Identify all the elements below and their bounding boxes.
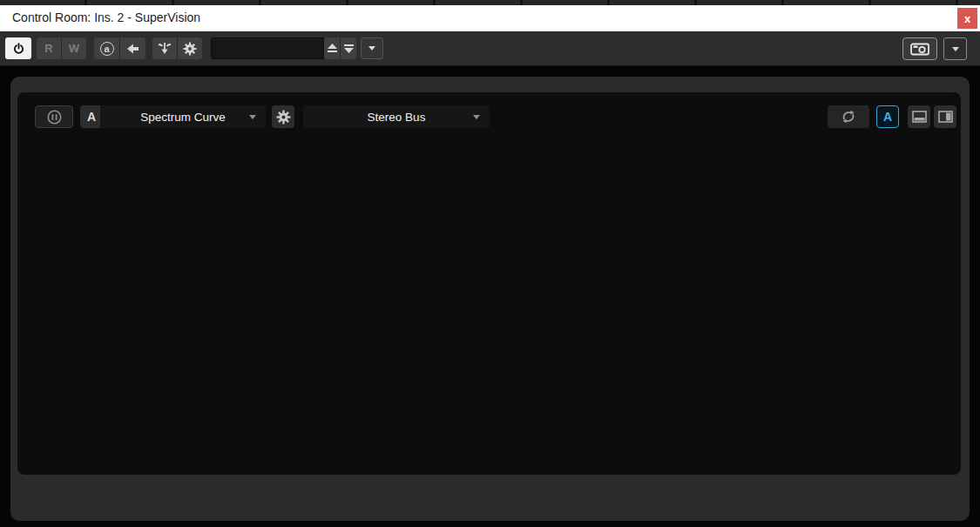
chevron-down-icon xyxy=(249,115,256,119)
split-vertical-icon xyxy=(938,111,953,123)
split-horizontal-button[interactable] xyxy=(908,105,930,128)
preset-previous-icon xyxy=(328,44,337,53)
module-selector-value: Spectrum Curve xyxy=(140,111,226,124)
preset-menu-button[interactable] xyxy=(361,37,383,59)
write-automation-button[interactable]: W xyxy=(62,37,86,59)
previous-preset-button[interactable] xyxy=(324,37,340,59)
read-automation-button[interactable]: R xyxy=(37,37,61,59)
next-preset-button[interactable] xyxy=(341,37,356,59)
preset-browse-group xyxy=(324,37,356,59)
gear-icon xyxy=(183,42,197,56)
switch-a-b-button[interactable] xyxy=(120,37,145,59)
function-group xyxy=(152,37,202,59)
camera-icon xyxy=(910,43,929,56)
spectrum-display[interactable] xyxy=(28,204,952,525)
automation-circle-icon: a xyxy=(100,42,114,56)
split-horizontal-icon xyxy=(912,111,927,123)
reset-button[interactable] xyxy=(828,105,869,128)
automation-mode-button[interactable]: a xyxy=(94,37,119,59)
snapshot-camera-button[interactable] xyxy=(902,37,937,60)
gear-icon xyxy=(276,110,291,125)
power-icon xyxy=(11,41,26,56)
plugin-toolbar: R W a xyxy=(0,31,980,66)
window-titlebar: Control Room: Ins. 2 - SuperVision x xyxy=(0,5,980,31)
chevron-down-icon xyxy=(473,115,480,119)
bypass-icon xyxy=(158,42,172,55)
module-selector-dropdown[interactable]: Spectrum Curve xyxy=(100,105,266,128)
close-icon: x xyxy=(964,12,970,25)
preset-next-icon xyxy=(344,44,354,53)
arrow-left-icon xyxy=(127,44,139,54)
automation-group: a xyxy=(94,37,145,59)
bypass-button[interactable] xyxy=(152,37,177,59)
pause-button[interactable] xyxy=(35,105,73,128)
supervision-window: Control Room: Ins. 2 - SuperVision x R W… xyxy=(0,0,980,527)
refresh-icon xyxy=(841,110,856,124)
close-button[interactable]: x xyxy=(957,8,977,29)
split-vertical-button[interactable] xyxy=(934,105,956,128)
plugin-area: A Spectrum Curve xyxy=(0,66,980,527)
module-settings-button[interactable] xyxy=(272,105,294,128)
plugin-menu-button[interactable] xyxy=(943,37,967,60)
activate-plugin-button[interactable] xyxy=(5,37,31,59)
channel-selector-value: Stereo Bus xyxy=(368,111,426,124)
ab-compare-button[interactable]: A xyxy=(876,105,899,128)
pause-circle-icon xyxy=(47,110,62,125)
preset-name-field[interactable] xyxy=(211,37,324,59)
functions-menu-button[interactable] xyxy=(178,37,202,59)
channel-selector-dropdown[interactable]: Stereo Bus xyxy=(303,105,490,128)
dropdown-caret-icon xyxy=(952,47,959,51)
window-title: Control Room: Ins. 2 - SuperVision xyxy=(12,10,200,24)
dropdown-caret-icon xyxy=(368,46,375,51)
automation-rw-group: R W xyxy=(37,37,86,59)
